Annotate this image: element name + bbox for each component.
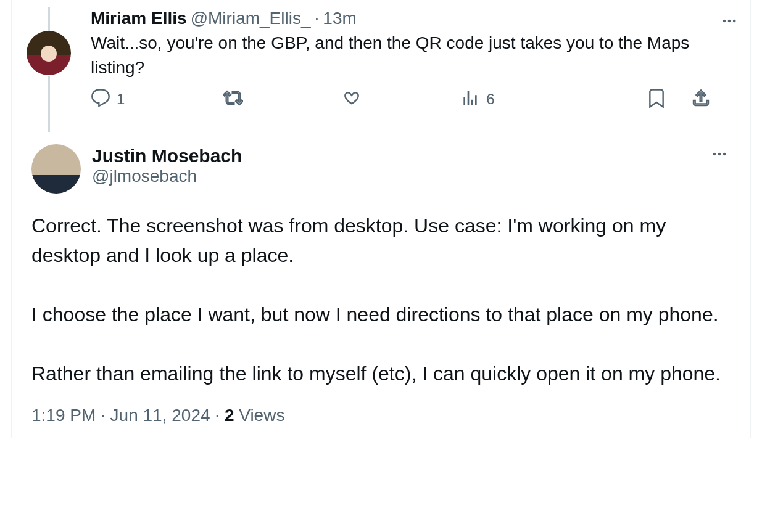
tweet-metadata[interactable]: 1:19 PM · Jun 11, 2024 · 2 Views <box>31 406 731 425</box>
tweet-thread: Miriam Ellis @Miriam_Ellis_ · 13m Wait..… <box>11 0 751 438</box>
like-button[interactable] <box>342 88 362 110</box>
more-button[interactable] <box>718 11 740 33</box>
separator: · <box>210 406 225 425</box>
timestamp: 1:19 PM · Jun 11, 2024 <box>31 406 210 425</box>
tweet-text: Correct. The screenshot was from desktop… <box>31 211 731 388</box>
views-count: 6 <box>486 91 494 108</box>
tweet-content: Miriam Ellis @Miriam_Ellis_ · 13m Wait..… <box>76 7 716 132</box>
display-name[interactable]: Miriam Ellis <box>91 7 187 30</box>
svg-point-2 <box>733 20 736 23</box>
svg-point-1 <box>728 20 731 23</box>
svg-point-0 <box>723 20 726 23</box>
views-number: 2 <box>225 406 234 425</box>
action-group-right <box>647 88 711 110</box>
more-button[interactable] <box>708 144 731 166</box>
heart-icon <box>342 88 362 110</box>
views-label: Views <box>234 406 284 425</box>
avatar-column <box>22 7 76 132</box>
user-handle[interactable]: @jlmosebach <box>92 166 242 186</box>
retweet-button[interactable] <box>223 88 243 110</box>
svg-point-3 <box>713 153 716 156</box>
bookmark-icon <box>647 88 666 110</box>
thread-connector-top <box>48 7 50 31</box>
main-tweet-header: Justin Mosebach @jlmosebach <box>31 144 731 194</box>
views-button[interactable]: 6 <box>460 88 494 110</box>
main-tweet: Justin Mosebach @jlmosebach Correct. The… <box>12 134 750 425</box>
action-group-left: 1 <box>91 88 495 110</box>
reply-count: 1 <box>117 91 125 108</box>
avatar[interactable] <box>31 144 81 194</box>
bookmark-button[interactable] <box>647 88 666 110</box>
user-names: Justin Mosebach @jlmosebach <box>92 144 242 186</box>
reply-icon <box>91 88 110 110</box>
more-icon <box>711 145 728 165</box>
tweet-header: Miriam Ellis @Miriam_Ellis_ · 13m <box>91 7 711 30</box>
reply-button[interactable]: 1 <box>91 88 125 110</box>
parent-tweet[interactable]: Miriam Ellis @Miriam_Ellis_ · 13m Wait..… <box>12 0 750 134</box>
retweet-icon <box>223 88 243 110</box>
tweet-text: Wait...so, you're on the GBP, and then t… <box>91 31 711 79</box>
avatar[interactable] <box>27 31 71 75</box>
user-handle[interactable]: @Miriam_Ellis_ <box>191 7 311 30</box>
share-icon <box>691 88 711 110</box>
thread-connector-bottom <box>48 76 50 132</box>
tweet-actions: 1 <box>91 80 711 115</box>
more-column <box>716 7 740 132</box>
svg-point-4 <box>718 153 721 156</box>
share-button[interactable] <box>691 88 711 110</box>
timestamp[interactable]: 13m <box>323 7 356 30</box>
analytics-icon <box>460 88 480 110</box>
more-icon <box>721 12 738 32</box>
separator-dot: · <box>315 7 320 30</box>
display-name[interactable]: Justin Mosebach <box>92 145 242 166</box>
svg-point-5 <box>723 153 726 156</box>
